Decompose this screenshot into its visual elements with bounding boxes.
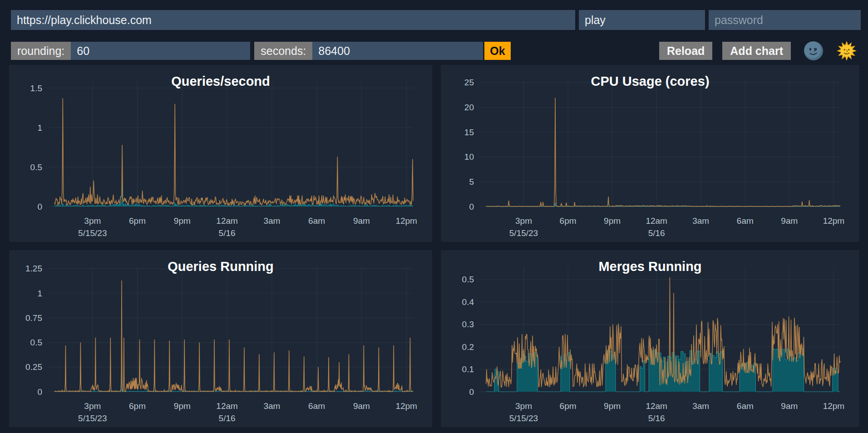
orange-series-line (54, 280, 413, 392)
y-tick-label: 15 (464, 128, 474, 137)
x-tick-label: 9am (353, 216, 370, 226)
x-tick-label: 9am (781, 216, 798, 226)
connection-bar (0, 0, 868, 30)
y-tick-label: 0 (469, 202, 474, 212)
y-tick-label: 0.25 (25, 362, 42, 372)
x-tick-label: 6pm (129, 401, 146, 411)
y-tick-label: 0.5 (462, 275, 474, 284)
url-input[interactable] (11, 10, 575, 30)
moon-icon[interactable] (804, 41, 824, 61)
charts-grid: 00.511.53pm5/15/236pm9pm12am5/163am6am9a… (0, 60, 868, 433)
username-input[interactable] (579, 10, 705, 30)
y-tick-label: 1 (37, 289, 42, 298)
x-tick-label: 12am (216, 401, 238, 411)
params-bar: rounding: seconds: Ok Reload Add chart (0, 42, 868, 60)
x-tick-date: 5/16 (648, 228, 665, 238)
toolbar: Reload Add chart (659, 40, 857, 61)
chart-panel-queries-per-second: 00.511.53pm5/15/236pm9pm12am5/163am6am9a… (9, 65, 432, 242)
x-tick-date: 5/15/23 (509, 413, 538, 423)
x-tick-date: 5/16 (219, 228, 236, 238)
y-tick-label: 0.5 (30, 338, 42, 347)
x-tick-label: 3am (692, 401, 709, 411)
x-tick-label: 6am (737, 401, 754, 411)
x-tick-label: 9am (353, 401, 370, 411)
x-tick-label: 3am (263, 401, 280, 411)
x-tick-label: 9pm (174, 401, 191, 411)
x-tick-date: 5/16 (648, 413, 665, 423)
seconds-label: seconds: (254, 42, 312, 60)
seconds-input[interactable] (312, 42, 483, 60)
x-tick-label: 3pm (515, 401, 532, 411)
x-tick-label: 9am (781, 401, 798, 411)
x-tick-label: 9pm (174, 216, 191, 226)
x-tick-label: 12pm (823, 216, 845, 226)
x-tick-label: 12pm (823, 401, 845, 411)
y-tick-label: 1.5 (30, 84, 42, 93)
y-tick-label: 0.4 (462, 297, 474, 307)
x-tick-label: 9pm (604, 401, 621, 411)
chart-title: Merges Running (598, 259, 701, 274)
x-tick-label: 12am (646, 401, 667, 411)
x-tick-label: 3pm (84, 401, 101, 411)
x-tick-label: 12pm (395, 401, 417, 411)
cpu-usage-chart[interactable]: 05101520253pm5/15/236pm9pm12am5/163am6am… (441, 65, 859, 242)
x-tick-label: 6pm (560, 216, 577, 226)
y-tick-label: 25 (464, 78, 474, 87)
y-tick-label: 0.75 (25, 313, 42, 323)
x-tick-label: 6pm (560, 401, 577, 411)
y-tick-label: 0.1 (462, 364, 474, 374)
x-tick-label: 6am (737, 216, 754, 226)
x-tick-label: 12pm (395, 216, 417, 226)
y-tick-label: 5 (469, 177, 474, 187)
ok-button[interactable]: Ok (484, 42, 510, 60)
y-tick-label: 0.2 (462, 342, 474, 352)
x-tick-label: 3am (263, 216, 280, 226)
chart-panel-queries-running: 00.250.50.7511.253pm5/15/236pm9pm12am5/1… (9, 250, 432, 427)
y-tick-label: 0.3 (462, 320, 474, 329)
queries-per-second-chart[interactable]: 00.511.53pm5/15/236pm9pm12am5/163am6am9a… (9, 65, 432, 242)
orange-series-line (486, 98, 840, 207)
y-tick-label: 0.5 (30, 162, 42, 172)
x-tick-label: 9pm (604, 216, 621, 226)
teal-series-line (54, 346, 413, 392)
y-tick-label: 10 (464, 152, 474, 162)
x-tick-label: 3pm (515, 216, 532, 226)
y-tick-label: 20 (464, 103, 474, 112)
chart-title: CPU Usage (cores) (591, 74, 709, 89)
x-tick-date: 5/15/23 (509, 228, 538, 238)
y-tick-label: 0 (469, 387, 474, 397)
x-tick-label: 3pm (84, 216, 101, 226)
teal-series-area (54, 346, 413, 392)
add-chart-button[interactable]: Add chart (722, 42, 791, 60)
sun-icon[interactable] (836, 40, 857, 61)
password-input[interactable] (709, 10, 861, 30)
chart-title: Queries Running (168, 259, 274, 274)
chart-panel-cpu-usage: 05101520253pm5/15/236pm9pm12am5/163am6am… (441, 65, 859, 242)
rounding-input[interactable] (71, 42, 250, 60)
x-tick-label: 12am (216, 216, 238, 226)
x-tick-label: 6am (308, 401, 325, 411)
x-tick-date: 5/16 (219, 413, 236, 423)
x-tick-date: 5/15/23 (78, 228, 107, 238)
x-tick-date: 5/15/23 (78, 413, 107, 423)
chart-panel-merges-running: 00.10.20.30.40.53pm5/15/236pm9pm12am5/16… (441, 250, 859, 427)
x-tick-label: 3am (692, 216, 709, 226)
x-tick-label: 12am (646, 216, 667, 226)
y-tick-label: 0 (37, 387, 42, 397)
x-tick-label: 6pm (129, 216, 146, 226)
reload-button[interactable]: Reload (659, 42, 712, 60)
dashboard-app: rounding: seconds: Ok Reload Add chart (0, 0, 868, 433)
x-tick-label: 6am (308, 216, 325, 226)
orange-series-line (54, 98, 413, 206)
y-tick-label: 1.25 (25, 264, 42, 273)
merges-running-chart[interactable]: 00.10.20.30.40.53pm5/15/236pm9pm12am5/16… (441, 250, 859, 427)
chart-title: Queries/second (171, 74, 270, 89)
y-tick-label: 0 (37, 202, 42, 212)
queries-running-chart[interactable]: 00.250.50.7511.253pm5/15/236pm9pm12am5/1… (9, 250, 432, 427)
rounding-label: rounding: (11, 42, 71, 60)
y-tick-label: 1 (37, 123, 42, 133)
